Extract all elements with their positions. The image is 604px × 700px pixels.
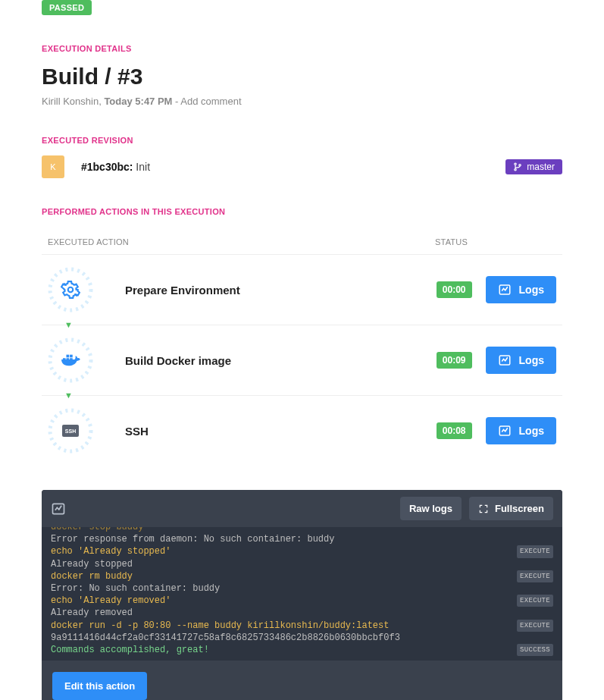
action-icon-gear: SSH	[48, 408, 93, 454]
action-row: Build Docker image 00:09 Logs ▼	[42, 325, 562, 396]
section-label-revision: EXECUTED REVISION	[42, 136, 562, 145]
status-badge-passed: PASSED	[42, 0, 92, 15]
log-line: Already removed	[51, 607, 553, 619]
action-icon-gear	[48, 267, 93, 312]
branch-badge[interactable]: master	[505, 159, 562, 174]
logs-icon	[498, 283, 512, 297]
svg-point-3	[50, 269, 91, 310]
execution-meta: Kirill Konshin, Today 5:47 PM - Add comm…	[42, 96, 562, 107]
log-line: echo 'Already stopped'EXECUTE	[51, 545, 553, 557]
th-executed-action: EXECUTED ACTION	[48, 237, 435, 246]
logs-button[interactable]: Logs	[486, 276, 556, 303]
execute-tag: EXECUTE	[517, 595, 553, 607]
add-comment-link[interactable]: Add comment	[180, 96, 241, 107]
logs-button[interactable]: Logs	[486, 417, 556, 444]
activity-icon[interactable]	[51, 501, 66, 516]
duration-badge: 00:08	[437, 422, 472, 439]
execute-tag: EXECUTE	[517, 545, 553, 557]
log-line: echo 'Already removed'EXECUTE	[51, 595, 553, 607]
fullscreen-button[interactable]: Fullscreen	[469, 497, 553, 520]
action-row: Prepare Environment 00:00 Logs ▼	[42, 255, 562, 325]
log-line: 9a9111416d44cf2a0cf33141727c58af8c682573…	[51, 632, 553, 644]
logs-icon	[498, 353, 512, 367]
log-line: docker stop buddy	[51, 527, 553, 533]
branch-icon	[513, 162, 522, 171]
log-body[interactable]: docker stop buddyError response from dae…	[42, 527, 562, 661]
meta-time: Today 5:47 PM	[104, 96, 172, 107]
section-label-details: EXECUTION DETAILS	[42, 44, 562, 53]
action-row: SSH SSH 00:08 Logs	[42, 396, 562, 466]
log-line: docker rm buddyEXECUTE	[51, 570, 553, 582]
svg-point-2	[519, 165, 521, 166]
log-line: Error response from daemon: No such cont…	[51, 533, 553, 545]
duration-badge: 00:00	[437, 281, 472, 298]
revision-hash[interactable]: #1bc30bc:	[81, 161, 133, 173]
table-header: EXECUTED ACTION STATUS	[42, 227, 562, 255]
page-title: Build / #3	[42, 64, 562, 89]
svg-point-1	[515, 169, 516, 171]
section-label-performed: PERFORMED ACTIONS IN THIS EXECUTION	[42, 207, 562, 216]
revision-message: Init	[133, 161, 150, 173]
log-line: docker run -d -p 80:80 --name buddy kiri…	[51, 620, 553, 632]
log-line: Error: No such container: buddy	[51, 582, 553, 595]
revision-row: K #1bc30bc: Init master	[42, 155, 562, 178]
th-status: STATUS	[435, 237, 556, 246]
duration-badge: 00:09	[437, 352, 472, 369]
log-line: Already stopped	[51, 558, 553, 570]
raw-logs-button[interactable]: Raw logs	[400, 497, 462, 520]
action-name: Prepare Environment	[125, 284, 437, 297]
execute-tag: EXECUTE	[517, 570, 553, 582]
edit-action-button[interactable]: Edit this action	[52, 672, 147, 700]
action-name: SSH	[125, 425, 437, 438]
log-footer: Edit this action	[42, 661, 562, 700]
execute-tag: EXECUTE	[517, 620, 553, 632]
fullscreen-icon	[478, 504, 489, 514]
logs-icon	[498, 424, 512, 438]
action-icon-gear	[48, 337, 93, 383]
success-tag: SUCCESS	[517, 644, 553, 656]
logs-button[interactable]: Logs	[486, 347, 556, 374]
meta-author: Kirill Konshin	[42, 96, 99, 107]
svg-point-6	[50, 340, 91, 381]
action-name: Build Docker image	[125, 354, 437, 367]
log-toolbar: Raw logs Fullscreen	[42, 490, 562, 527]
svg-point-0	[515, 163, 516, 165]
log-panel: Raw logs Fullscreen docker stop buddyErr…	[42, 490, 562, 700]
avatar: K	[42, 155, 64, 178]
svg-point-13	[50, 410, 91, 451]
log-line: Commands accomplished, great!SUCCESS	[51, 644, 553, 656]
